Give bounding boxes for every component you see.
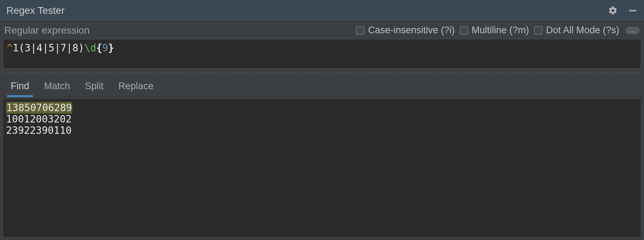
minimize-icon[interactable]	[628, 6, 638, 16]
tab-find[interactable]: Find	[11, 81, 29, 97]
regex-token: |	[54, 42, 61, 54]
regex-token: |	[30, 42, 36, 54]
tab-replace[interactable]: Replace	[119, 81, 154, 97]
tab-split[interactable]: Split	[85, 81, 104, 97]
regex-token: 1	[13, 42, 19, 54]
option-multiline[interactable]: Multiline (?m)	[460, 25, 529, 36]
regex-token: 3	[25, 42, 31, 54]
regex-section-label: Regular expression	[4, 25, 90, 36]
checkbox-icon[interactable]	[460, 26, 468, 35]
regex-token: |	[67, 42, 73, 54]
regex-token: 4	[36, 42, 42, 54]
regex-token: |	[42, 42, 48, 54]
regex-token: 9	[102, 42, 108, 54]
match-highlight: 13850706289	[6, 102, 72, 114]
regex-token: )	[78, 42, 84, 54]
title-actions	[608, 6, 638, 16]
sample-text-input[interactable]: 138507062891001200320223922390110	[3, 98, 641, 237]
regex-token: }	[108, 42, 114, 54]
regex-token: 8	[72, 42, 78, 54]
regex-token: \d	[84, 42, 96, 54]
regex-token: (	[19, 42, 25, 54]
text-line: 10012003202	[6, 114, 638, 125]
regex-input[interactable]: ^1(3|4|5|7|8)\d{9}	[3, 39, 641, 69]
svg-rect-0	[629, 10, 637, 12]
option-dot-all[interactable]: Dot All Mode (?s)	[534, 25, 619, 36]
option-label: Dot All Mode (?s)	[546, 25, 619, 36]
text-line: 23922390110	[6, 125, 638, 136]
checkbox-icon[interactable]	[534, 26, 542, 35]
tab-match[interactable]: Match	[44, 81, 70, 97]
regex-token: 7	[61, 42, 67, 54]
panel-title: Regex Tester	[6, 5, 608, 16]
text-line: 13850706289	[6, 102, 638, 114]
title-bar: Regex Tester	[0, 0, 644, 21]
option-case-insensitive[interactable]: Case-insensitive (?i)	[356, 25, 455, 36]
regex-token: 5	[48, 42, 54, 54]
options-row: Regular expression Case-insensitive (?i)…	[0, 21, 644, 39]
tabs-bar: FindMatchSplitReplace	[0, 74, 644, 97]
regex-token: ^	[7, 42, 13, 54]
splitter-handle[interactable]	[2, 71, 642, 74]
regex-token: {	[96, 42, 102, 54]
more-options-icon[interactable]: …	[626, 27, 640, 34]
gear-icon[interactable]	[608, 6, 618, 16]
option-label: Multiline (?m)	[472, 25, 529, 36]
checkbox-icon[interactable]	[356, 26, 364, 35]
option-label: Case-insensitive (?i)	[368, 25, 455, 36]
